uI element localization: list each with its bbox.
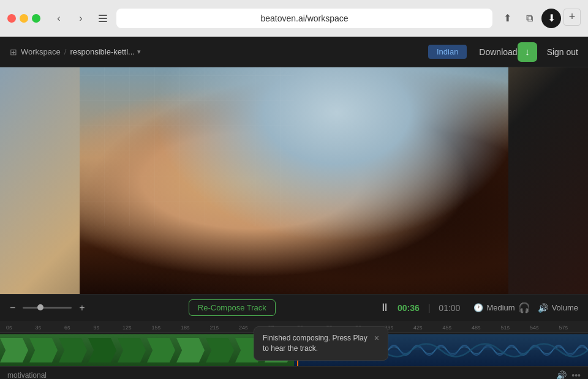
ruler-mark-15s: 15s (152, 325, 181, 331)
chevron-down-icon: ▾ (137, 48, 141, 56)
arrow-2 (29, 338, 58, 362)
duplicate-button[interactable]: ⧉ (519, 9, 539, 28)
zoom-slider[interactable] (23, 307, 72, 309)
browser-actions: ⬆ ⧉ ⬇ + (497, 9, 581, 28)
breadcrumb: ⊞ Workspace / responsible-kettl... ▾ (10, 47, 141, 57)
svg-rect-2 (99, 21, 107, 22)
ruler-mark-51s: 51s (501, 325, 530, 331)
ruler-mark-39s: 39s (385, 325, 414, 331)
download-arrow-icon: ↓ (525, 47, 530, 58)
ruler-mark-6s: 6s (64, 325, 94, 331)
arrows-container (0, 334, 294, 366)
toast-notification: Finished composing. Press Play to hear t… (254, 326, 388, 361)
arrow-1 (0, 338, 28, 362)
recompose-button[interactable]: Re-Compose Track (189, 299, 276, 316)
toast-message: Finished composing. Press Play to hear t… (263, 333, 369, 354)
download-button[interactable]: Download (479, 47, 517, 57)
volume-icon: 🔊 (538, 303, 548, 313)
ruler-mark-18s: 18s (181, 325, 210, 331)
play-pause-button[interactable]: ⏸ (379, 301, 390, 314)
fullscreen-button[interactable] (32, 14, 40, 23)
ruler-mark-57s: 57s (559, 325, 589, 331)
total-time-display: 01:00 (439, 303, 460, 313)
ruler-mark-0s: 0s (6, 325, 36, 331)
arrow-5 (118, 338, 146, 362)
ruler-mark-9s: 9s (94, 325, 123, 331)
tempo-badge: 🕐 Medium 🎧 (473, 302, 530, 313)
toast-close-button[interactable]: × (374, 333, 379, 343)
ruler-mark-3s: 3s (36, 325, 65, 331)
arrow-3 (59, 338, 87, 362)
track-name-label: motivational (7, 371, 47, 380)
minimize-button[interactable] (20, 14, 28, 23)
portrait-container (80, 67, 508, 294)
browser-download-button[interactable]: ⬇ (541, 9, 561, 28)
ruler-mark-54s: 54s (530, 325, 559, 331)
close-button[interactable] (7, 14, 16, 23)
zoom-plus-icon[interactable]: + (79, 302, 85, 313)
genre-badge: Indian (428, 45, 467, 59)
download-icon-button[interactable]: ↓ (518, 42, 537, 62)
project-name: responsible-kettl... ▾ (70, 47, 141, 56)
sidebar-toggle-button[interactable] (94, 10, 111, 27)
time-separator: | (428, 303, 431, 313)
breadcrumb-separator: / (64, 47, 67, 56)
new-tab-button[interactable]: + (564, 9, 581, 26)
volume-control[interactable]: 🔊 Volume (538, 303, 578, 313)
ruler-mark-45s: 45s (443, 325, 472, 331)
ruler-mark-12s: 12s (123, 325, 152, 331)
timeline-area: 0s 3s 6s 9s 12s 15s 18s 21s 24s 27s 30s … (0, 321, 588, 379)
signout-button[interactable]: Sign out (547, 47, 578, 57)
track-more-icon[interactable]: ••• (571, 370, 581, 380)
forward-button[interactable]: › (72, 10, 89, 27)
clock-icon: 🕐 (473, 303, 483, 312)
track-actions: 🔊 ••• (556, 370, 581, 380)
zoom-minus-icon[interactable]: − (10, 302, 15, 313)
arrow-8 (206, 338, 234, 362)
video-area (0, 67, 588, 294)
traffic-lights (7, 14, 40, 23)
share-button[interactable]: ⬆ (497, 9, 517, 28)
track-segment-green[interactable] (0, 334, 294, 366)
svg-rect-1 (99, 18, 107, 19)
svg-rect-0 (99, 15, 107, 16)
timeline-controls: − + Re-Compose Track ⏸ 00:36 | 01:00 🕐 M… (0, 294, 588, 321)
browser-chrome: ‹ › ⬆ ⧉ ⬇ + (0, 0, 588, 37)
app-area: ⊞ Workspace / responsible-kettl... ▾ Ind… (0, 37, 588, 379)
ruler-mark-48s: 48s (472, 325, 501, 331)
workspace-link[interactable]: Workspace (21, 47, 61, 56)
back-button[interactable]: ‹ (50, 10, 67, 27)
library-icon: ⊞ (10, 47, 17, 57)
arrow-6 (147, 338, 175, 362)
wall-texture (80, 67, 294, 226)
arrow-7 (176, 338, 205, 362)
ruler-mark-21s: 21s (210, 325, 239, 331)
arrow-4 (88, 338, 116, 362)
headphone-icon[interactable]: 🎧 (518, 302, 530, 313)
track-volume-icon[interactable]: 🔊 (556, 370, 567, 380)
track-label-row: motivational 🔊 ••• (0, 366, 588, 379)
url-bar[interactable] (116, 9, 492, 28)
current-time-display: 00:36 (398, 303, 420, 313)
top-bar: ⊞ Workspace / responsible-kettl... ▾ Ind… (0, 37, 588, 67)
ruler-mark-42s: 42s (413, 325, 443, 331)
